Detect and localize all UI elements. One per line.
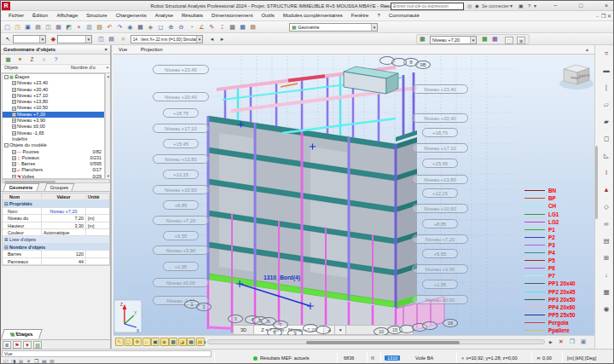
property-value[interactable]: Automatique: [42, 229, 86, 235]
filter-down-icon[interactable]: ▼: [23, 341, 32, 349]
tree-item-niveau-+17,10[interactable]: +Niveau +17,10: [3, 93, 104, 99]
search-icon[interactable]: ○: [40, 55, 48, 63]
expand-icon[interactable]: +: [12, 118, 16, 123]
model-icon[interactable]: ▦: [4, 55, 12, 63]
property-row-barres[interactable]: Barres120: [3, 251, 109, 257]
profile-icon[interactable]: Ⅰ: [601, 168, 611, 178]
expand-icon[interactable]: +: [12, 168, 16, 172]
close-button[interactable]: ×: [600, 1, 613, 11]
cart-icon[interactable]: ▣: [518, 1, 524, 11]
slab-icon[interactable]: ▱: [601, 100, 611, 110]
wireframe-mode-label[interactable]: fil: [371, 354, 374, 362]
beam-icon[interactable]: ▬: [601, 66, 611, 76]
bulb-icon[interactable]: ◉: [160, 338, 169, 346]
tree-item-poteaux[interactable]: +❘ Poteaux0/231: [3, 155, 104, 161]
close-view-icon[interactable]: ✕: [557, 338, 565, 346]
collapse-viewport-icon[interactable]: ▲: [585, 45, 589, 55]
select-mode-icon[interactable]: ↖: [115, 338, 124, 346]
tree-item-niveau-±0,00[interactable]: +Niveau ±0,00: [3, 124, 104, 130]
menu-item-r-sultats[interactable]: Résultats: [177, 11, 207, 20]
tree-item-niveau-+7,20[interactable]: +Niveau +7,20: [3, 112, 104, 118]
flag-icon[interactable]: ⚑: [13, 341, 21, 349]
chart-icon[interactable]: ▧: [33, 341, 42, 349]
menu-item-fen-tre[interactable]: Fenêtre: [347, 11, 374, 20]
story-icon[interactable]: ▤: [601, 236, 611, 246]
expand-icon[interactable]: +: [12, 88, 16, 92]
expand-icon[interactable]: +: [12, 100, 16, 104]
release-icon[interactable]: ◇: [601, 202, 611, 212]
expand-icon[interactable]: +: [12, 150, 16, 154]
filter-icon[interactable]: ▼: [16, 55, 24, 63]
property-row-hauteur[interactable]: Hauteur3,30[m]: [3, 222, 109, 229]
save-icon[interactable]: ▣: [23, 22, 32, 32]
tree-item-niveau--1,65[interactable]: +Niveau -1,65: [3, 130, 104, 136]
bar-selection-combo[interactable]: ▼: [57, 35, 92, 43]
menu-item-dimensionnement[interactable]: Dimensionnement: [207, 11, 257, 20]
tree-item-niveau-+13,80[interactable]: +Niveau +13,80: [3, 99, 104, 105]
property-row-couleur[interactable]: CouleurAutomatique: [3, 229, 109, 236]
menu-item--dition[interactable]: Édition: [28, 11, 52, 20]
new-view-icon[interactable]: ▣: [579, 338, 588, 346]
tree-column-headers[interactable]: Objets Nombre d'o ▲: [1, 65, 110, 73]
node-selection-combo[interactable]: ▼: [13, 35, 46, 43]
property-row-panneaux[interactable]: Panneaux44: [3, 258, 109, 265]
object-inspector-icon[interactable]: ◈: [146, 22, 155, 32]
zoom-in-icon[interactable]: ⊕: [166, 22, 176, 32]
tree-vertical-scrollbar[interactable]: ▲▼: [105, 73, 110, 179]
print-preview-icon[interactable]: ◫: [43, 22, 53, 32]
story-up-icon[interactable]: ▦: [482, 36, 488, 43]
menu-item-analyse[interactable]: Analyse: [151, 11, 177, 20]
menu-item-affichage[interactable]: Affichage: [52, 11, 82, 20]
rotate-3d-icon[interactable]: ◔: [187, 22, 196, 32]
restore-button[interactable]: □: [574, 1, 588, 11]
shadow-icon[interactable]: ◪: [178, 338, 187, 346]
expand-icon[interactable]: +: [12, 81, 16, 85]
layout-icon[interactable]: ◨: [11, 358, 16, 364]
copy-view-icon[interactable]: ❐: [34, 358, 38, 364]
screen-capture-icon[interactable]: ▦: [54, 22, 63, 32]
render-icon[interactable]: ◉: [601, 304, 611, 315]
pan-icon[interactable]: ✥: [133, 338, 142, 346]
delete-icon[interactable]: ×: [74, 22, 84, 32]
expand-icon[interactable]: +: [12, 162, 16, 166]
menu-vue[interactable]: Vue: [119, 45, 127, 55]
roof-icon[interactable]: ◺: [601, 151, 611, 161]
tree-item-niveau-+23,40[interactable]: +Niveau +23,40: [3, 80, 104, 86]
section-definition-icon[interactable]: ⌶: [217, 22, 227, 32]
copy-icon[interactable]: ▥: [84, 22, 94, 32]
close-panel-icon[interactable]: ×: [104, 45, 107, 55]
node-selection-icon[interactable]: ◆: [49, 34, 58, 43]
window-icon[interactable]: ▤: [42, 358, 47, 364]
paste-icon[interactable]: ▧: [95, 22, 104, 32]
refresh-icon[interactable]: ▥: [49, 358, 55, 364]
tree-item--tages[interactable]: −▦ Étages: [3, 74, 104, 80]
view-name-field[interactable]: Vue: [2, 350, 211, 357]
list-icon[interactable]: ≣: [3, 341, 11, 349]
zoom-mode-icon[interactable]: ◻: [125, 338, 133, 346]
property-row-niveau-du[interactable]: Niveau du7,20[m]: [3, 215, 109, 222]
viewport-vertical-scrollbar[interactable]: [595, 146, 598, 219]
home-view-icon[interactable]: ⌂: [142, 338, 151, 346]
menu-item-outils[interactable]: Outils: [257, 11, 278, 20]
story-down-icon[interactable]: ▦: [492, 36, 498, 43]
tab-groupes[interactable]: Groupes: [44, 183, 75, 191]
shading-icon[interactable]: ▩: [169, 338, 177, 346]
property-row-nom[interactable]: NomNiveau +7,20: [3, 208, 109, 215]
redo-icon[interactable]: ↷: [115, 22, 125, 32]
case-prev-icon[interactable]: ◂: [207, 34, 217, 43]
column-icon[interactable]: ❘: [601, 83, 611, 93]
calculator-icon[interactable]: ▦: [238, 22, 247, 32]
tree-item-objets-du-mod-le[interactable]: −Objets du modèle: [3, 142, 104, 148]
tree-item-barres[interactable]: +⟍ Barres0/595: [3, 161, 104, 167]
layers-view-icon[interactable]: ▤: [196, 338, 205, 346]
scroll-right-icon[interactable]: ▶: [547, 338, 555, 346]
wireframe-icon[interactable]: ▦: [187, 338, 195, 346]
search-input[interactable]: [391, 3, 464, 10]
grid-icon[interactable]: ⊞: [19, 358, 23, 364]
selected-id-badge[interactable]: 1310: [385, 354, 400, 362]
binoculars-icon[interactable]: ◎: [467, 1, 472, 11]
property-value[interactable]: 120: [42, 251, 86, 257]
tab-geometrie[interactable]: Géométrie: [3, 183, 40, 191]
view-image-icon[interactable]: ◫: [96, 34, 106, 43]
tree-item-poutres[interactable]: +— Poutres0/82: [3, 149, 104, 155]
